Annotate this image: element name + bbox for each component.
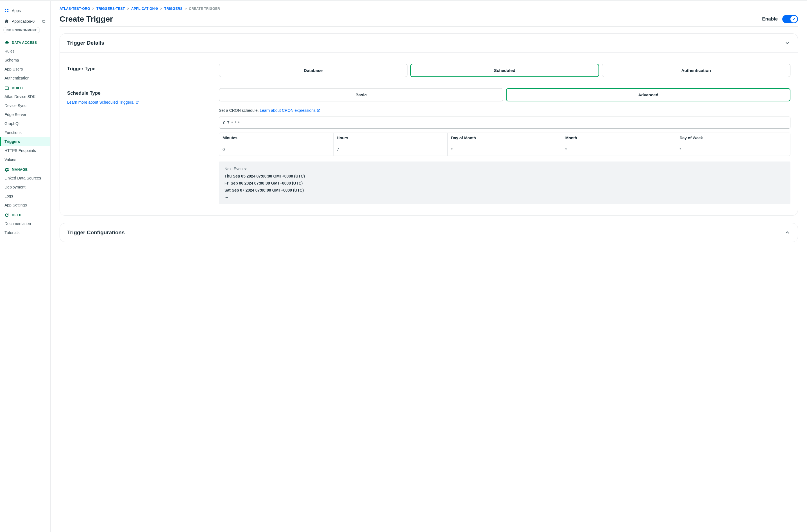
sidebar-apps-link[interactable]: Apps	[0, 6, 50, 15]
cron-column-header: Hours	[334, 133, 448, 143]
external-link-icon	[317, 109, 320, 112]
sidebar-item-deployment[interactable]: Deployment	[0, 183, 50, 192]
cron-column-header: Day of Week	[676, 133, 790, 143]
enable-toggle[interactable]	[782, 15, 798, 23]
main-content: ATLAS-TEST-ORG > TRIGGERS-TEST > APPLICA…	[51, 1, 807, 532]
breadcrumb-link[interactable]: TRIGGERS	[164, 7, 183, 11]
sidebar-app-selector[interactable]: Application-0	[0, 15, 50, 26]
cron-column-value: *	[562, 143, 676, 156]
sidebar-item-device-sync[interactable]: Device Sync	[0, 101, 50, 110]
sidebar-item-authentication[interactable]: Authentication	[0, 74, 50, 82]
card-title-trigger-details: Trigger Details	[67, 40, 104, 46]
section-header-manage-label: MANAGE	[12, 168, 27, 172]
copy-icon[interactable]	[42, 19, 46, 23]
svg-rect-4	[43, 20, 45, 23]
next-event-item: Sat Sep 07 2024 07:00:00 GMT+0000 (UTC)	[225, 187, 785, 194]
collapse-button[interactable]	[784, 40, 790, 46]
cloud-icon	[4, 40, 9, 45]
breadcrumb: ATLAS-TEST-ORG > TRIGGERS-TEST > APPLICA…	[60, 7, 798, 11]
sidebar-item-schema[interactable]: Schema	[0, 56, 50, 64]
sidebar-item-app-users[interactable]: App Users	[0, 64, 50, 74]
toggle-thumb	[790, 16, 797, 22]
learn-more-scheduled-link[interactable]: Learn more about Scheduled Triggers.	[67, 100, 138, 104]
learn-more-scheduled-text: Learn more about Scheduled Triggers.	[67, 100, 134, 104]
expand-button[interactable]	[784, 229, 790, 236]
trigger-type-label: Trigger Type	[67, 66, 208, 72]
cron-help-link-text: Learn about CRON expressions	[260, 108, 316, 113]
sidebar-item-https-endpoints[interactable]: HTTPS Endpoints	[0, 146, 50, 155]
card-trigger-details: Trigger Details Trigger Type DatabaseSch…	[60, 34, 798, 216]
nav-build: Atlas Device SDKDevice SyncEdge ServerGr…	[0, 92, 50, 164]
svg-rect-2	[5, 11, 6, 12]
card-trigger-configurations: Trigger Configurations	[60, 223, 798, 242]
sidebar-item-app-settings[interactable]: App Settings	[0, 201, 50, 210]
sidebar-item-graphql[interactable]: GraphQL	[0, 119, 50, 128]
svg-rect-1	[7, 9, 8, 10]
trigger-type-scheduled[interactable]: Scheduled	[410, 64, 599, 77]
breadcrumb-link[interactable]: APPLICATION-0	[131, 7, 158, 11]
sidebar-item-functions[interactable]: Functions	[0, 128, 50, 137]
section-header-manage: MANAGE	[0, 164, 50, 174]
sidebar-item-atlas-device-sdk[interactable]: Atlas Device SDK	[0, 92, 50, 101]
cron-column-value: 0	[219, 143, 333, 156]
card-title-trigger-configurations: Trigger Configurations	[67, 229, 125, 236]
cron-expression-input[interactable]	[219, 117, 790, 129]
sidebar-item-rules[interactable]: Rules	[0, 46, 50, 56]
breadcrumb-current: CREATE TRIGGER	[189, 7, 220, 11]
chevron-down-icon	[784, 40, 790, 46]
sidebar-item-documentation[interactable]: Documentation	[0, 219, 50, 228]
next-events-more: ...	[225, 194, 785, 199]
check-icon	[792, 17, 795, 21]
section-header-help-label: HELP	[12, 213, 21, 217]
enable-label: Enable	[762, 16, 778, 22]
header-divider	[60, 26, 798, 27]
cron-help-text: Set a CRON schedule. Learn about CRON ex…	[219, 108, 790, 113]
sidebar-item-edge-server[interactable]: Edge Server	[0, 110, 50, 119]
sidebar: Apps Application-0 NO ENVIRONMENT DATA A…	[0, 1, 51, 532]
cron-column-value: *	[448, 143, 562, 156]
next-events-title: Next Events:	[225, 167, 785, 171]
nav-help: DocumentationTutorials	[0, 219, 50, 237]
sidebar-item-linked-data-sources[interactable]: Linked Data Sources	[0, 174, 50, 183]
page-title: Create Trigger	[60, 15, 113, 24]
cron-column: Day of Week*	[676, 133, 790, 156]
home-icon	[4, 19, 9, 24]
schedule-type-label: Schedule Type	[67, 91, 208, 96]
section-header-build: BUILD	[0, 82, 50, 92]
breadcrumb-separator: >	[159, 7, 163, 11]
cron-column-header: Month	[562, 133, 676, 143]
nav-manage: Linked Data SourcesDeploymentLogsApp Set…	[0, 174, 50, 210]
sidebar-item-tutorials[interactable]: Tutorials	[0, 228, 50, 237]
apps-grid-icon	[4, 8, 9, 13]
cron-column-header: Minutes	[219, 133, 333, 143]
sidebar-item-values[interactable]: Values	[0, 155, 50, 164]
breadcrumb-link[interactable]: TRIGGERS-TEST	[96, 7, 125, 11]
cron-help-link[interactable]: Learn about CRON expressions	[260, 108, 320, 113]
trigger-type-database[interactable]: Database	[219, 64, 408, 77]
cron-column-header: Day of Month	[448, 133, 562, 143]
sidebar-item-triggers[interactable]: Triggers	[0, 137, 50, 146]
nav-data-access: RulesSchemaApp UsersAuthentication	[0, 46, 50, 82]
breadcrumb-link[interactable]: ATLAS-TEST-ORG	[60, 7, 90, 11]
section-header-data-access: DATA ACCESS	[0, 37, 50, 46]
cron-column-value: *	[676, 143, 790, 156]
sidebar-item-logs[interactable]: Logs	[0, 192, 50, 201]
breadcrumb-separator: >	[91, 7, 96, 11]
section-header-build-label: BUILD	[12, 86, 23, 90]
svg-rect-5	[5, 87, 8, 89]
refresh-icon	[4, 213, 9, 217]
cron-column: Minutes0	[219, 133, 334, 156]
schedule-type-group: BasicAdvanced	[219, 88, 790, 101]
schedule-type-basic[interactable]: Basic	[219, 88, 503, 101]
cron-help-prefix: Set a CRON schedule.	[219, 108, 260, 113]
trigger-type-authentication[interactable]: Authentication	[602, 64, 790, 77]
next-event-item: Thu Sep 05 2024 07:00:00 GMT+0000 (UTC)	[225, 173, 785, 180]
environment-pill[interactable]: NO ENVIRONMENT	[3, 27, 40, 33]
cron-column: Day of Month*	[448, 133, 562, 156]
next-events-panel: Next Events: Thu Sep 05 2024 07:00:00 GM…	[219, 162, 790, 204]
cron-breakdown-table: Minutes0Hours7Day of Month*Month*Day of …	[219, 133, 790, 156]
sidebar-apps-label: Apps	[12, 8, 21, 13]
schedule-type-advanced[interactable]: Advanced	[506, 88, 790, 101]
next-event-item: Fri Sep 06 2024 07:00:00 GMT+0000 (UTC)	[225, 180, 785, 187]
trigger-type-group: DatabaseScheduledAuthentication	[219, 64, 790, 77]
